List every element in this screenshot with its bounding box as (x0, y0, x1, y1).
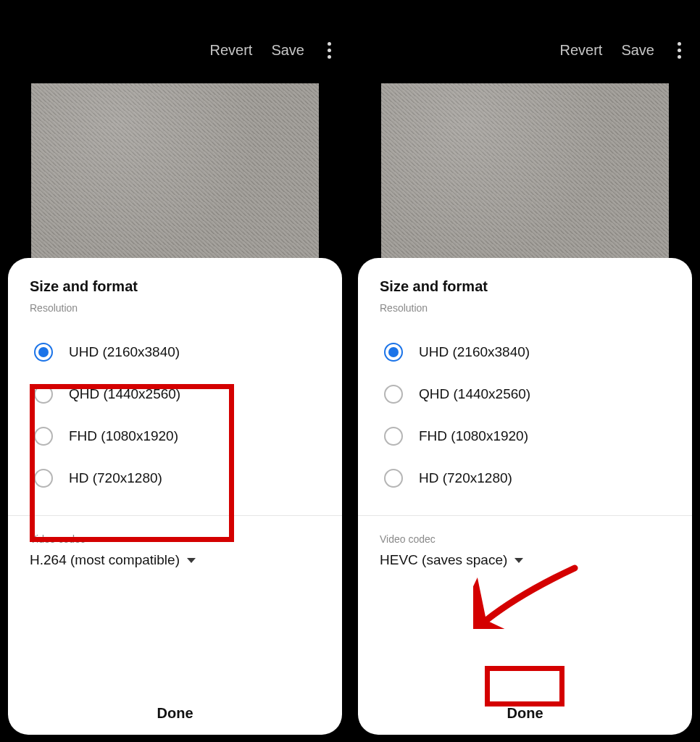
status-bar (0, 0, 350, 39)
screenshot-right: Revert Save Size and format Resolution U… (350, 0, 700, 742)
video-codec-dropdown[interactable]: HEVC (saves space) (380, 552, 670, 568)
sheet-title: Size and format (30, 278, 320, 295)
done-button[interactable]: Done (358, 705, 692, 722)
resolution-section-label: Resolution (30, 302, 320, 314)
resolution-option-hd[interactable]: HD (720x1280) (380, 457, 670, 499)
codec-value: HEVC (saves space) (380, 552, 507, 568)
status-bar (350, 0, 700, 39)
video-codec-dropdown[interactable]: H.264 (most compatible) (30, 552, 320, 568)
chevron-down-icon (187, 558, 196, 563)
radio-icon (34, 469, 53, 488)
radio-icon (384, 427, 403, 446)
revert-button[interactable]: Revert (560, 42, 603, 59)
done-button[interactable]: Done (8, 705, 342, 722)
radio-icon (34, 427, 53, 446)
radio-icon (384, 385, 403, 404)
revert-button[interactable]: Revert (210, 42, 253, 59)
size-format-sheet: Size and format Resolution UHD (2160x384… (8, 258, 342, 735)
size-format-sheet: Size and format Resolution UHD (2160x384… (358, 258, 692, 735)
resolution-option-fhd[interactable]: FHD (1080x1920) (30, 415, 320, 457)
option-label: HD (720x1280) (69, 470, 162, 486)
radio-icon (34, 343, 53, 362)
radio-icon (384, 469, 403, 488)
more-options-icon[interactable] (323, 39, 336, 62)
video-preview (381, 83, 669, 275)
resolution-option-fhd[interactable]: FHD (1080x1920) (380, 415, 670, 457)
resolution-option-qhd[interactable]: QHD (1440x2560) (30, 373, 320, 415)
resolution-option-hd[interactable]: HD (720x1280) (30, 457, 320, 499)
resolution-options: UHD (2160x3840) QHD (1440x2560) FHD (108… (30, 331, 320, 499)
video-codec-label: Video codec (380, 533, 670, 545)
resolution-option-qhd[interactable]: QHD (1440x2560) (380, 373, 670, 415)
option-label: FHD (1080x1920) (69, 428, 178, 444)
screenshot-left: Revert Save Size and format Resolution U… (0, 0, 350, 742)
resolution-options: UHD (2160x3840) QHD (1440x2560) FHD (108… (380, 331, 670, 499)
option-label: UHD (2160x3840) (69, 344, 180, 360)
option-label: HD (720x1280) (419, 470, 512, 486)
option-label: UHD (2160x3840) (419, 344, 530, 360)
resolution-option-uhd[interactable]: UHD (2160x3840) (380, 331, 670, 373)
radio-icon (384, 343, 403, 362)
sheet-title: Size and format (380, 278, 670, 295)
video-preview (31, 83, 319, 275)
chevron-down-icon (514, 558, 523, 563)
option-label: QHD (1440x2560) (419, 386, 530, 402)
radio-icon (34, 385, 53, 404)
codec-value: H.264 (most compatible) (30, 552, 180, 568)
option-label: FHD (1080x1920) (419, 428, 528, 444)
save-button[interactable]: Save (271, 42, 304, 59)
more-options-icon[interactable] (673, 39, 686, 62)
option-label: QHD (1440x2560) (69, 386, 180, 402)
resolution-option-uhd[interactable]: UHD (2160x3840) (30, 331, 320, 373)
save-button[interactable]: Save (621, 42, 654, 59)
resolution-section-label: Resolution (380, 302, 670, 314)
top-actions: Revert Save (210, 39, 336, 62)
video-codec-label: Video codec (30, 533, 320, 545)
top-actions: Revert Save (560, 39, 686, 62)
